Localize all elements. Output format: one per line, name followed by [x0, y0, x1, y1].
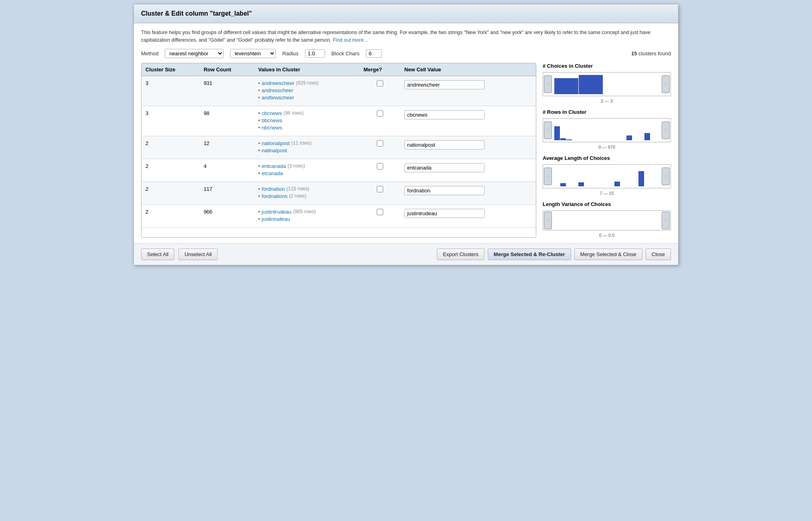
bar: [560, 183, 566, 186]
rows-chart-section: # Rows in Cluster ⋮: [543, 109, 671, 149]
length-variance-chart-section: Length Variance of Choices ⋮ ⋮ 0 — 0.5: [543, 201, 671, 238]
col-header-merge: Merge?: [360, 63, 400, 76]
choices-chart-bars: [554, 74, 659, 94]
merge-cell: [360, 136, 400, 159]
values-cell: justintrudeau (965 rows) justinrudeau: [254, 204, 360, 227]
new-cell-input[interactable]: [404, 186, 485, 195]
chart-handle-right[interactable]: ⋮: [662, 168, 670, 185]
new-value-cell: [400, 106, 536, 136]
cluster-edit-dialog: Cluster & Edit column "target_label" Thi…: [133, 4, 679, 265]
value-link[interactable]: nationalpost: [262, 140, 290, 146]
bar: [614, 182, 620, 186]
value-link[interactable]: andresscheer: [262, 87, 293, 93]
bar: [560, 138, 566, 140]
chart-handle-left[interactable]: ⋮: [544, 212, 552, 229]
table-row: 2 12 nationalpost (11 rows) natinalpost: [141, 136, 536, 159]
avg-length-chart-range: 7 — 15: [543, 191, 671, 196]
row-count-cell: 98: [200, 106, 254, 136]
chart-handle-right[interactable]: ⋮: [662, 212, 670, 229]
chart-handle-left[interactable]: ⋮: [544, 121, 552, 139]
dialog-footer: Select All Unselect All Export Clusters …: [134, 243, 678, 265]
merge-close-button[interactable]: Merge Selected & Close: [574, 248, 642, 260]
bar: [554, 78, 578, 94]
select-all-button[interactable]: Select All: [141, 248, 174, 260]
values-cell: nationalpost (11 rows) natinalpost: [254, 136, 360, 159]
merge-cell: [360, 182, 400, 204]
bar: [626, 135, 632, 140]
merge-checkbox[interactable]: [377, 110, 383, 117]
merge-checkbox[interactable]: [377, 80, 383, 87]
row-count-cell: 4: [200, 159, 254, 182]
col-header-cluster-size: Cluster Size: [141, 63, 200, 76]
find-out-more-link[interactable]: Find out more…: [333, 37, 369, 43]
cluster-size-cell: 3: [141, 76, 200, 106]
choices-chart-box: ⋮ ⋮: [543, 72, 671, 96]
merge-checkbox[interactable]: [377, 140, 383, 147]
distance-select[interactable]: levenshtein ppm: [230, 49, 276, 58]
rows-chart-title: # Rows in Cluster: [543, 109, 671, 115]
block-chars-input[interactable]: [366, 49, 382, 58]
new-cell-input[interactable]: [404, 80, 485, 89]
value-link[interactable]: nbcnews: [262, 125, 282, 131]
avg-length-chart-bars: [554, 166, 659, 186]
value-link[interactable]: andtewscheer: [262, 95, 294, 101]
export-clusters-button[interactable]: Export Clusters: [437, 248, 485, 260]
bar: [554, 126, 560, 140]
method-select[interactable]: nearest neighbor fingerprint ngram-finge…: [165, 49, 224, 58]
value-link[interactable]: cbcnews: [262, 110, 282, 116]
clusters-table: Cluster Size Row Count Values in Cluster…: [141, 63, 536, 228]
table-row: 2 4 entcanada (3 rows) etcanada: [141, 159, 536, 182]
radius-input[interactable]: [305, 49, 325, 58]
table-row: 2 117 fordnation (115 rows) fordnations …: [141, 182, 536, 204]
new-value-cell: [400, 204, 536, 227]
rows-chart-bars: [554, 120, 659, 140]
values-cell: andrewscheer (929 rows) andresscheer and…: [254, 76, 360, 106]
new-value-cell: [400, 182, 536, 204]
value-link[interactable]: entcanada: [262, 163, 286, 169]
value-link[interactable]: fordnations: [262, 193, 287, 199]
unselect-all-button[interactable]: Unselect All: [178, 248, 218, 260]
chart-handle-left[interactable]: ⋮: [544, 75, 552, 93]
new-cell-input[interactable]: [404, 110, 485, 119]
col-header-new-value: New Cell Value: [400, 63, 536, 76]
value-link[interactable]: natinalpost: [262, 147, 287, 153]
merge-cell: [360, 159, 400, 182]
new-cell-input[interactable]: [404, 163, 485, 172]
value-link[interactable]: justintrudeau: [262, 209, 291, 215]
new-cell-input[interactable]: [404, 140, 485, 149]
choices-chart-range: 2 — 3: [543, 99, 671, 103]
rows-chart-range: 0 — 970: [543, 145, 671, 149]
merge-checkbox[interactable]: [377, 209, 383, 215]
avg-length-chart-box: ⋮: [543, 164, 671, 188]
merge-checkbox[interactable]: [377, 186, 383, 192]
new-value-cell: [400, 159, 536, 182]
table-row: 2 966 justintrudeau (965 rows) justinrud…: [141, 204, 536, 227]
merge-recluster-button[interactable]: Merge Selected & Re-Cluster: [488, 248, 571, 260]
description-text: This feature helps you find groups of di…: [141, 29, 671, 44]
row-count-cell: 931: [200, 76, 254, 106]
row-count-cell: 117: [200, 182, 254, 204]
value-link[interactable]: andrewscheer: [262, 80, 295, 86]
chart-handle-left[interactable]: ⋮: [544, 168, 552, 185]
close-button[interactable]: Close: [646, 248, 671, 260]
bar: [579, 75, 603, 94]
dialog-title: Cluster & Edit column "target_label": [134, 4, 678, 23]
value-link[interactable]: bbcnews: [262, 117, 282, 123]
value-link[interactable]: justinrudeau: [262, 216, 290, 222]
merge-checkbox[interactable]: [377, 163, 383, 170]
value-link[interactable]: fordnation: [262, 186, 285, 192]
values-cell: cbcnews (96 rows) bbcnews nbcnews: [254, 106, 360, 136]
chart-handle-right[interactable]: ⋮: [662, 75, 670, 93]
chart-handle-right[interactable]: ⋮: [662, 121, 670, 139]
merge-cell: [360, 106, 400, 136]
block-chars-label: Block Chars: [331, 50, 360, 57]
new-value-cell: [400, 136, 536, 159]
new-cell-input[interactable]: [404, 209, 485, 218]
value-link[interactable]: etcanada: [262, 170, 283, 176]
new-value-cell: [400, 76, 536, 106]
row-count-cell: 12: [200, 136, 254, 159]
cluster-size-cell: 3: [141, 106, 200, 136]
col-header-values: Values in Cluster: [254, 63, 360, 76]
length-variance-chart-title: Length Variance of Choices: [543, 201, 671, 207]
merge-cell: [360, 76, 400, 106]
